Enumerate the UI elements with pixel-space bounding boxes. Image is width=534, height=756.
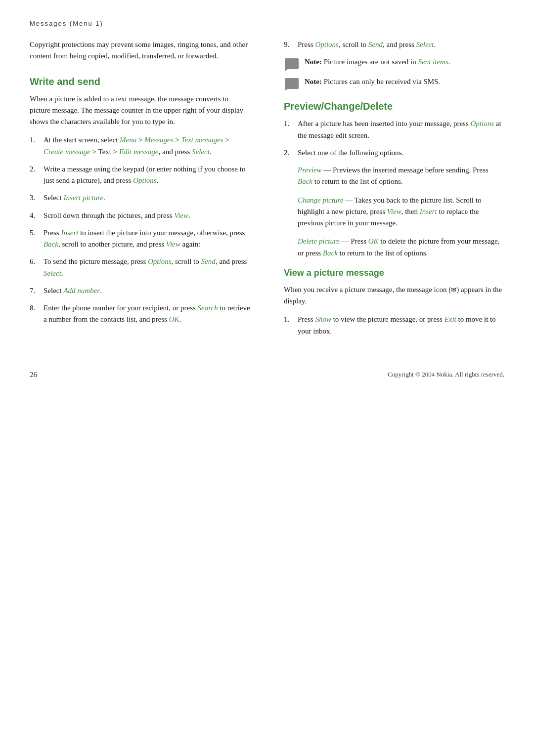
preview-list: 1. After a picture has been inserted int…: [284, 118, 504, 159]
note-block-2: Note: Pictures can only be received via …: [284, 76, 504, 91]
note-text-1: Note: Picture images are not saved in Se…: [305, 56, 450, 68]
preview-heading: Preview/Change/Delete: [284, 101, 504, 112]
note-block-1: Note: Picture images are not saved in Se…: [284, 56, 504, 71]
list-item: 2. Select one of the following options.: [284, 147, 504, 159]
list-item: 8. Enter the phone number for your recip…: [30, 302, 250, 326]
write-and-send-heading: Write and send: [30, 76, 250, 87]
right-column: 9. Press Options, scroll to Send, and pr…: [279, 39, 504, 343]
left-column: Copyright protections may prevent some i…: [30, 39, 255, 343]
list-item: 3. Select Insert picture.: [30, 192, 250, 204]
svg-marker-3: [285, 89, 288, 91]
list-item: 5. Press Insert to insert the picture in…: [30, 227, 250, 251]
message-icon: ✉: [451, 286, 456, 294]
intro-text: Copyright protections may prevent some i…: [30, 39, 250, 62]
option-change-picture: Change picture — Takes you back to the p…: [298, 195, 504, 229]
list-item: 7. Select Add number.: [30, 285, 250, 296]
note-icon-2: [284, 77, 300, 91]
option-delete-picture: Delete picture — Press OK to delete the …: [298, 236, 504, 259]
list-item: 4. Scroll down through the pictures, and…: [30, 210, 250, 221]
svg-marker-1: [285, 69, 288, 71]
copyright-text: Copyright © 2004 Nokia. All rights reser…: [388, 371, 504, 378]
view-steps-list: 1. Press Show to view the picture messag…: [284, 314, 504, 337]
option-preview: Preview — Previews the inserted message …: [298, 165, 504, 188]
step9-list: 9. Press Options, scroll to Send, and pr…: [284, 39, 504, 50]
write-and-send-intro: When a picture is added to a text messag…: [30, 93, 250, 128]
view-picture-intro: When you receive a picture message, the …: [284, 284, 504, 307]
write-and-send-section: Write and send When a picture is added t…: [30, 76, 250, 326]
note-icon-1: [284, 57, 300, 71]
view-picture-heading: View a picture message: [284, 268, 504, 278]
list-item: 2. Write a message using the keypad (or …: [30, 164, 250, 187]
list-item: 1. Press Show to view the picture messag…: [284, 314, 504, 337]
write-and-send-list: 1. At the start screen, select Menu > Me…: [30, 134, 250, 325]
list-item: 1. At the start screen, select Menu > Me…: [30, 134, 250, 158]
page-header: Messages (Menu 1): [30, 20, 504, 27]
note-text-2: Note: Pictures can only be received via …: [305, 76, 440, 87]
list-item: 9. Press Options, scroll to Send, and pr…: [284, 39, 504, 50]
svg-rect-2: [285, 78, 299, 89]
svg-rect-0: [285, 58, 299, 69]
preview-change-delete-section: Preview/Change/Delete 1. After a picture…: [284, 101, 504, 259]
page-footer: 26 Copyright © 2004 Nokia. All rights re…: [30, 367, 504, 379]
view-picture-message-section: View a picture message When you receive …: [284, 268, 504, 337]
list-item: 1. After a picture has been inserted int…: [284, 118, 504, 141]
page-number: 26: [30, 371, 37, 379]
list-item: 6. To send the picture message, press Op…: [30, 256, 250, 279]
